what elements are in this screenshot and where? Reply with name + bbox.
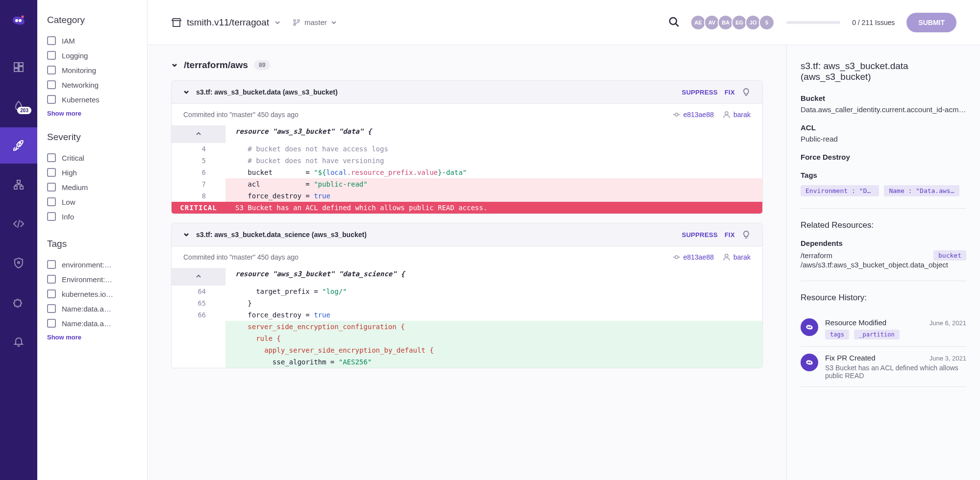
- divider: [801, 281, 966, 281]
- filter-networking[interactable]: Networking: [47, 77, 137, 92]
- svg-rect-4: [19, 63, 23, 66]
- branch-selector[interactable]: master: [293, 18, 337, 26]
- chevron-down-icon: [331, 20, 337, 25]
- avatar-more[interactable]: 5: [759, 15, 775, 30]
- checkbox-icon: [47, 95, 56, 104]
- history-item[interactable]: Fix PR Created June 3, 2021 S3 Bucket ha…: [801, 347, 966, 387]
- svg-rect-12: [173, 21, 180, 26]
- suppress-button[interactable]: SUPPRESS: [682, 231, 718, 239]
- nav-rail: 203: [0, 0, 37, 480]
- chevron-up-icon: [196, 131, 201, 137]
- rocket-icon: [12, 139, 25, 152]
- checkbox-icon: [47, 168, 56, 177]
- commit-icon: [673, 253, 680, 261]
- code-block: resource "aws_s3_bucket" "data_science" …: [172, 268, 762, 368]
- filter-info[interactable]: Info: [47, 209, 137, 224]
- filter-medium[interactable]: Medium: [47, 180, 137, 194]
- nav-dashboard[interactable]: [0, 49, 37, 85]
- svg-point-1: [15, 19, 18, 22]
- issue-header[interactable]: s3.tf: aws_s3_bucket.data_science (aws_s…: [172, 223, 762, 246]
- svg-point-15: [298, 20, 300, 22]
- checkbox-icon: [47, 304, 56, 313]
- filter-tag[interactable]: environment:…: [47, 257, 137, 272]
- author-link[interactable]: barak: [723, 253, 751, 261]
- path-header[interactable]: /terraform/aws 89: [171, 60, 763, 71]
- submit-button[interactable]: SUBMIT: [906, 13, 956, 32]
- expand-up-button[interactable]: [172, 125, 226, 143]
- author-link[interactable]: barak: [723, 111, 751, 119]
- svg-point-7: [20, 143, 21, 144]
- nav-security[interactable]: [0, 245, 37, 281]
- commit-hash[interactable]: e813ae88: [683, 111, 714, 119]
- repo-selector[interactable]: tsmith.v11/terragoat: [171, 17, 281, 28]
- logo-icon: [804, 357, 815, 368]
- divider: [801, 208, 966, 209]
- severity-title: Severity: [47, 132, 137, 143]
- search-button[interactable]: [669, 17, 680, 28]
- history-chip: tags: [825, 330, 849, 339]
- lightbulb-icon[interactable]: [742, 230, 751, 239]
- svg-rect-10: [20, 186, 23, 189]
- tag-chip[interactable]: Environment : "Da…: [801, 185, 879, 196]
- filter-low[interactable]: Low: [47, 194, 137, 209]
- nav-integrations[interactable]: [0, 284, 37, 320]
- checkbox-icon: [47, 153, 56, 162]
- dependency-chip[interactable]: bucket: [933, 250, 966, 261]
- checkbox-icon: [47, 260, 56, 269]
- issue-count: 0 / 211 Issues: [852, 19, 895, 26]
- svg-point-0: [22, 16, 24, 18]
- shield-icon: [13, 257, 25, 269]
- filter-monitoring[interactable]: Monitoring: [47, 63, 137, 77]
- chevron-up-icon: [196, 273, 201, 279]
- nav-issues[interactable]: 203: [0, 88, 37, 124]
- svg-point-21: [807, 326, 809, 328]
- filter-critical[interactable]: Critical: [47, 150, 137, 165]
- tag-chip[interactable]: Name : "Data.aws…: [884, 185, 959, 196]
- user-icon: [723, 253, 730, 261]
- filter-tag[interactable]: kubernetes.io…: [47, 287, 137, 301]
- detail-title: s3.tf: aws_s3_bucket.data (aws_s3_bucket…: [801, 61, 966, 82]
- checkbox-icon: [47, 197, 56, 206]
- logo[interactable]: [8, 10, 29, 31]
- category-show-more[interactable]: Show more: [47, 110, 137, 117]
- severity-badge: CRITICAL: [172, 202, 226, 214]
- commit-hash[interactable]: e813ae88: [683, 253, 714, 261]
- expand-up-button[interactable]: [172, 268, 226, 286]
- fix-button[interactable]: FIX: [725, 231, 735, 239]
- filter-high[interactable]: High: [47, 165, 137, 180]
- logo-icon: [804, 322, 815, 333]
- category-title: Category: [47, 15, 137, 25]
- nav-projects[interactable]: [0, 127, 37, 164]
- svg-point-19: [675, 256, 678, 259]
- nav-notifications[interactable]: [0, 323, 37, 360]
- suppress-button[interactable]: SUPPRESS: [682, 89, 718, 96]
- checkbox-icon: [47, 183, 56, 192]
- history-avatar: [801, 354, 818, 371]
- nav-graph[interactable]: [0, 167, 37, 203]
- checkbox-icon: [47, 212, 56, 221]
- nav-code[interactable]: [0, 206, 37, 242]
- history-item[interactable]: Resource Modified June 6, 2021 tags _par…: [801, 312, 966, 347]
- svg-point-24: [809, 361, 811, 363]
- bell-icon: [13, 336, 25, 347]
- issue-header[interactable]: s3.tf: aws_s3_bucket.data (aws_s3_bucket…: [172, 81, 762, 104]
- fix-button[interactable]: FIX: [725, 89, 735, 96]
- filter-tag[interactable]: Name:data.a…: [47, 301, 137, 316]
- filter-sidebar: Category IAM Logging Monitoring Networki…: [37, 0, 148, 480]
- related-title: Related Resources:: [801, 220, 966, 230]
- svg-point-16: [670, 18, 677, 24]
- checkbox-icon: [47, 36, 56, 45]
- svg-rect-6: [14, 69, 18, 72]
- filter-tag[interactable]: Environment:…: [47, 272, 137, 287]
- lightbulb-icon[interactable]: [742, 88, 751, 96]
- filter-tag[interactable]: Name:data.a…: [47, 316, 137, 331]
- puzzle-icon: [13, 296, 25, 308]
- svg-point-22: [809, 326, 811, 328]
- svg-point-2: [19, 19, 22, 22]
- filter-logging[interactable]: Logging: [47, 48, 137, 63]
- filter-iam[interactable]: IAM: [47, 33, 137, 48]
- filter-kubernetes[interactable]: Kubernetes: [47, 92, 137, 107]
- svg-point-20: [725, 254, 728, 257]
- chevron-down-icon: [171, 62, 178, 69]
- tags-show-more[interactable]: Show more: [47, 334, 137, 341]
